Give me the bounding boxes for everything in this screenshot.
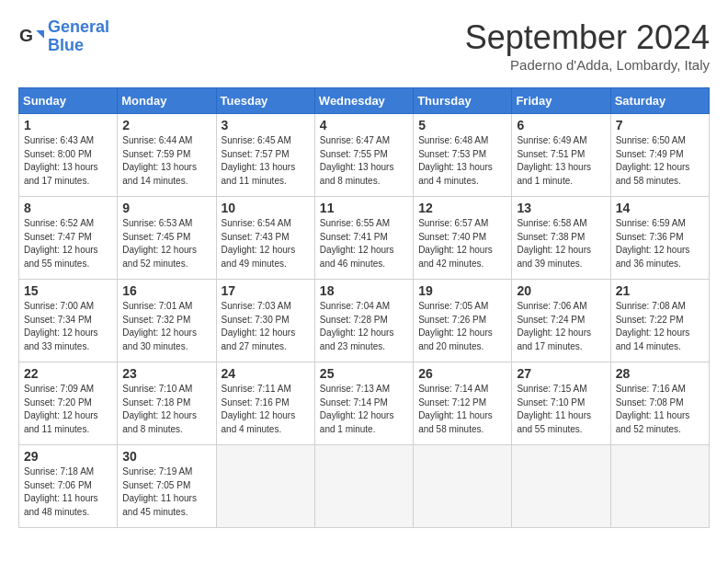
- table-row: 12Sunrise: 6:57 AMSunset: 7:40 PMDayligh…: [414, 197, 512, 280]
- day-info: Sunrise: 7:15 AMSunset: 7:10 PMDaylight:…: [517, 383, 605, 436]
- table-row: 16Sunrise: 7:01 AMSunset: 7:32 PMDayligh…: [118, 280, 216, 362]
- day-info: Sunrise: 7:13 AMSunset: 7:14 PMDaylight:…: [320, 383, 408, 436]
- logo: G General Blue: [18, 18, 109, 55]
- day-info: Sunrise: 6:58 AMSunset: 7:38 PMDaylight:…: [517, 217, 605, 270]
- day-number: 1: [24, 118, 112, 132]
- day-info: Sunrise: 7:03 AMSunset: 7:30 PMDaylight:…: [222, 300, 310, 353]
- column-header-sunday: Sunday: [19, 88, 118, 114]
- column-header-monday: Monday: [118, 88, 216, 114]
- day-number: 10: [222, 201, 310, 215]
- table-row: [216, 445, 314, 528]
- table-row: 30Sunrise: 7:19 AMSunset: 7:05 PMDayligh…: [118, 445, 216, 528]
- table-row: 13Sunrise: 6:58 AMSunset: 7:38 PMDayligh…: [512, 197, 610, 280]
- table-row: [610, 445, 709, 528]
- table-row: 26Sunrise: 7:14 AMSunset: 7:12 PMDayligh…: [414, 362, 512, 445]
- day-number: 9: [122, 201, 210, 215]
- day-number: 17: [222, 283, 310, 298]
- table-row: 9Sunrise: 6:53 AMSunset: 7:45 PMDaylight…: [118, 197, 216, 280]
- table-row: 6Sunrise: 6:49 AMSunset: 7:51 PMDaylight…: [512, 114, 610, 197]
- table-row: 14Sunrise: 6:59 AMSunset: 7:36 PMDayligh…: [610, 197, 709, 280]
- calendar-table: SundayMondayTuesdayWednesdayThursdayFrid…: [18, 87, 710, 528]
- day-info: Sunrise: 6:57 AMSunset: 7:40 PMDaylight:…: [418, 217, 506, 270]
- day-info: Sunrise: 6:52 AMSunset: 7:47 PMDaylight:…: [24, 217, 112, 270]
- table-row: 5Sunrise: 6:48 AMSunset: 7:53 PMDaylight…: [414, 114, 512, 197]
- table-row: 1Sunrise: 6:43 AMSunset: 8:00 PMDaylight…: [19, 114, 118, 197]
- logo-line1: General: [48, 17, 109, 36]
- table-row: [414, 445, 512, 528]
- table-row: [512, 445, 610, 528]
- column-header-wednesday: Wednesday: [314, 88, 413, 114]
- day-number: 2: [122, 118, 210, 132]
- day-info: Sunrise: 6:50 AMSunset: 7:49 PMDaylight:…: [616, 134, 704, 188]
- day-info: Sunrise: 7:09 AMSunset: 7:20 PMDaylight:…: [24, 383, 112, 436]
- table-row: 7Sunrise: 6:50 AMSunset: 7:49 PMDaylight…: [610, 114, 709, 197]
- day-info: Sunrise: 7:18 AMSunset: 7:06 PMDaylight:…: [24, 465, 112, 519]
- day-number: 23: [122, 366, 210, 381]
- table-row: 28Sunrise: 7:16 AMSunset: 7:08 PMDayligh…: [610, 362, 709, 445]
- logo-icon: G: [18, 24, 44, 50]
- column-header-tuesday: Tuesday: [216, 88, 314, 114]
- table-row: 20Sunrise: 7:06 AMSunset: 7:24 PMDayligh…: [512, 280, 610, 362]
- day-number: 11: [320, 201, 408, 215]
- logo-text: General Blue: [48, 18, 109, 55]
- day-info: Sunrise: 7:14 AMSunset: 7:12 PMDaylight:…: [418, 383, 506, 436]
- table-row: 11Sunrise: 6:55 AMSunset: 7:41 PMDayligh…: [314, 197, 413, 280]
- day-info: Sunrise: 6:53 AMSunset: 7:45 PMDaylight:…: [122, 217, 210, 270]
- table-row: 23Sunrise: 7:10 AMSunset: 7:18 PMDayligh…: [118, 362, 216, 445]
- day-number: 15: [24, 283, 112, 298]
- table-row: 25Sunrise: 7:13 AMSunset: 7:14 PMDayligh…: [314, 362, 413, 445]
- day-number: 21: [616, 283, 704, 298]
- day-info: Sunrise: 6:45 AMSunset: 7:57 PMDaylight:…: [222, 134, 310, 188]
- day-number: 4: [320, 118, 408, 132]
- table-row: 21Sunrise: 7:08 AMSunset: 7:22 PMDayligh…: [610, 280, 709, 362]
- day-number: 5: [418, 118, 506, 132]
- table-row: 4Sunrise: 6:47 AMSunset: 7:55 PMDaylight…: [314, 114, 413, 197]
- day-number: 13: [517, 201, 605, 215]
- day-number: 19: [418, 283, 506, 298]
- day-number: 3: [222, 118, 310, 132]
- day-info: Sunrise: 6:55 AMSunset: 7:41 PMDaylight:…: [320, 217, 408, 270]
- day-number: 6: [517, 118, 605, 132]
- day-number: 8: [24, 201, 112, 215]
- page-header: G General Blue September 2024 Paderno d'…: [18, 18, 710, 73]
- day-number: 7: [616, 118, 704, 132]
- table-row: 3Sunrise: 6:45 AMSunset: 7:57 PMDaylight…: [216, 114, 314, 197]
- day-info: Sunrise: 7:05 AMSunset: 7:26 PMDaylight:…: [418, 300, 506, 353]
- table-row: 18Sunrise: 7:04 AMSunset: 7:28 PMDayligh…: [314, 280, 413, 362]
- table-row: 17Sunrise: 7:03 AMSunset: 7:30 PMDayligh…: [216, 280, 314, 362]
- table-row: 2Sunrise: 6:44 AMSunset: 7:59 PMDaylight…: [118, 114, 216, 197]
- day-info: Sunrise: 7:01 AMSunset: 7:32 PMDaylight:…: [122, 300, 210, 353]
- day-info: Sunrise: 7:10 AMSunset: 7:18 PMDaylight:…: [122, 383, 210, 436]
- table-row: 29Sunrise: 7:18 AMSunset: 7:06 PMDayligh…: [19, 445, 118, 528]
- title-block: September 2024 Paderno d'Adda, Lombardy,…: [465, 18, 710, 73]
- day-info: Sunrise: 6:59 AMSunset: 7:36 PMDaylight:…: [616, 217, 704, 270]
- table-row: 10Sunrise: 6:54 AMSunset: 7:43 PMDayligh…: [216, 197, 314, 280]
- table-row: 19Sunrise: 7:05 AMSunset: 7:26 PMDayligh…: [414, 280, 512, 362]
- day-number: 22: [24, 366, 112, 381]
- day-number: 26: [418, 366, 506, 381]
- day-number: 12: [418, 201, 506, 215]
- svg-text:G: G: [19, 26, 33, 45]
- calendar-title: September 2024: [465, 18, 710, 57]
- day-number: 24: [222, 366, 310, 381]
- day-info: Sunrise: 6:54 AMSunset: 7:43 PMDaylight:…: [222, 217, 310, 270]
- svg-marker-1: [36, 30, 44, 39]
- day-info: Sunrise: 7:19 AMSunset: 7:05 PMDaylight:…: [122, 465, 210, 519]
- day-info: Sunrise: 6:44 AMSunset: 7:59 PMDaylight:…: [122, 134, 210, 188]
- calendar-subtitle: Paderno d'Adda, Lombardy, Italy: [465, 57, 710, 73]
- logo-line2: Blue: [48, 37, 109, 55]
- day-info: Sunrise: 6:49 AMSunset: 7:51 PMDaylight:…: [517, 134, 605, 188]
- table-row: [314, 445, 413, 528]
- day-info: Sunrise: 6:43 AMSunset: 8:00 PMDaylight:…: [24, 134, 112, 188]
- day-number: 20: [517, 283, 605, 298]
- day-number: 30: [122, 449, 210, 464]
- day-number: 25: [320, 366, 408, 381]
- day-info: Sunrise: 6:48 AMSunset: 7:53 PMDaylight:…: [418, 134, 506, 188]
- column-header-thursday: Thursday: [414, 88, 512, 114]
- day-info: Sunrise: 7:06 AMSunset: 7:24 PMDaylight:…: [517, 300, 605, 353]
- day-number: 16: [122, 283, 210, 298]
- day-number: 29: [24, 449, 112, 464]
- day-number: 27: [517, 366, 605, 381]
- table-row: 27Sunrise: 7:15 AMSunset: 7:10 PMDayligh…: [512, 362, 610, 445]
- day-number: 18: [320, 283, 408, 298]
